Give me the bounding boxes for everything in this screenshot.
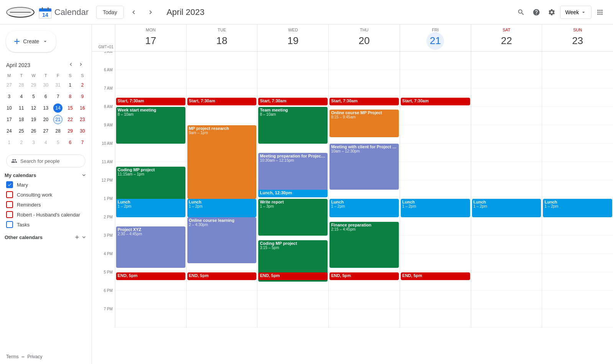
prev-button[interactable]: [127, 5, 141, 19]
mini-cal-day[interactable]: 30: [40, 79, 52, 91]
calendar-event[interactable]: Start, 7:30am: [401, 98, 470, 105]
calendar-event[interactable]: Online course learning2 – 4:30pm: [187, 217, 257, 263]
mini-cal-day[interactable]: 12: [28, 102, 40, 114]
view-selector[interactable]: Week: [560, 6, 592, 19]
calendar-event[interactable]: Lunch1 – 2pm: [187, 199, 257, 217]
calendar-event[interactable]: Lunch, 12:30pm: [258, 190, 328, 197]
day-col-tue[interactable]: Start, 7:30amMP project research9am – 1p…: [186, 52, 257, 328]
mini-cal-day[interactable]: 7: [76, 137, 89, 148]
other-calendars-header[interactable]: Other calendars: [0, 233, 92, 242]
calendar-event[interactable]: Online course MP Project8:15 – 9:45am: [329, 110, 399, 137]
calendar-event[interactable]: Finance preparation2:15 – 4:45pm: [329, 222, 399, 268]
next-button[interactable]: [144, 5, 157, 19]
menu-button[interactable]: [6, 7, 34, 18]
mini-cal-day[interactable]: 2: [15, 137, 28, 148]
mini-cal-day[interactable]: 3: [28, 137, 40, 148]
cal-item-robert[interactable]: Robert - Husband's calendar: [0, 210, 92, 220]
mini-cal-day[interactable]: 6: [64, 137, 76, 148]
calendar-event[interactable]: Write report1 – 3pm: [258, 199, 328, 236]
calendar-event[interactable]: Meeting preparation for Project XYZ10:30…: [258, 153, 328, 194]
mini-cal-day[interactable]: 8: [64, 91, 76, 102]
mini-cal-day[interactable]: 17: [3, 114, 15, 125]
mini-cal-day[interactable]: 13: [40, 102, 52, 114]
mini-cal-day[interactable]: 22: [64, 114, 76, 125]
mini-cal-day[interactable]: 11: [15, 102, 28, 114]
day-col-sat[interactable]: Lunch1 – 2pm: [471, 52, 542, 328]
mini-cal-day[interactable]: 29: [64, 125, 76, 137]
mini-cal-day[interactable]: 10: [3, 102, 15, 114]
mini-cal-day[interactable]: 18: [15, 114, 28, 125]
calendar-event[interactable]: Lunch1 – 2pm: [329, 199, 399, 217]
mini-cal-day[interactable]: 21: [52, 114, 64, 125]
mini-cal-day[interactable]: 14: [52, 102, 64, 114]
search-button[interactable]: [514, 5, 528, 19]
day-col-fri[interactable]: Start, 7:30amLunch1 – 2pmEND, 5pm: [400, 52, 471, 328]
day-col-sun[interactable]: Lunch1 – 2pm: [542, 52, 613, 328]
calendar-event[interactable]: Lunch1 – 2pm: [401, 199, 470, 217]
mini-cal-day[interactable]: 19: [28, 114, 40, 125]
day-col-thu[interactable]: Start, 7:30amOnline course MP Project8:1…: [328, 52, 400, 328]
mini-cal-day[interactable]: 16: [76, 102, 89, 114]
calendar-event[interactable]: END, 5pm: [187, 272, 257, 280]
mini-cal-next[interactable]: [76, 60, 85, 70]
mini-cal-prev[interactable]: [66, 60, 75, 70]
apps-button[interactable]: [593, 5, 607, 19]
calendar-event[interactable]: Lunch1 – 2pm: [116, 199, 185, 217]
calendar-event[interactable]: Week start meeting8 – 10am: [116, 107, 185, 144]
calendar-event[interactable]: END, 5pm: [329, 272, 399, 280]
mini-cal-day[interactable]: 1: [64, 79, 76, 91]
calendar-event[interactable]: END, 5pm: [116, 272, 185, 280]
cal-item-consulting[interactable]: Consulting work: [0, 190, 92, 200]
calendar-event[interactable]: Start, 7:30am: [258, 98, 328, 105]
calendar-event[interactable]: END, 5pm: [258, 272, 328, 280]
mini-cal-day[interactable]: 25: [15, 125, 28, 137]
search-people[interactable]: Search for people: [6, 154, 85, 167]
mini-cal-day[interactable]: 5: [28, 91, 40, 102]
mini-cal-day[interactable]: 5: [52, 137, 64, 148]
day-col-mon[interactable]: Start, 7:30amWeek start meeting8 – 10amC…: [115, 52, 186, 328]
cal-item-mary[interactable]: Mary: [0, 180, 92, 190]
mini-cal-day[interactable]: 26: [28, 125, 40, 137]
mini-cal-day[interactable]: 7: [52, 91, 64, 102]
add-calendar-icon[interactable]: [74, 234, 80, 240]
calendar-event[interactable]: Lunch1 – 2pm: [543, 199, 612, 217]
create-button[interactable]: + Create: [6, 31, 56, 52]
mini-cal-day[interactable]: 23: [76, 114, 89, 125]
calendar-event[interactable]: Meeting with client for Project XYZ10am …: [329, 144, 399, 190]
calendar-event[interactable]: Start, 7:30am: [116, 98, 185, 105]
mini-cal-day[interactable]: 30: [76, 125, 89, 137]
calendar-event[interactable]: MP project research9am – 1pm: [187, 125, 257, 199]
cal-item-reminders[interactable]: Reminders: [0, 200, 92, 210]
calendar-event[interactable]: Project XYZ2:30 – 4:45pm: [116, 226, 185, 268]
mini-cal-day[interactable]: 31: [52, 79, 64, 91]
mini-cal-day[interactable]: 29: [28, 79, 40, 91]
calendar-event[interactable]: Start, 7:30am: [329, 98, 399, 105]
mini-cal-day[interactable]: 28: [15, 79, 28, 91]
calendar-event[interactable]: END, 5pm: [401, 272, 470, 280]
mini-cal-day[interactable]: 28: [52, 125, 64, 137]
calendar-event[interactable]: Start, 7:30am: [187, 98, 257, 105]
mini-cal-day[interactable]: 4: [15, 91, 28, 102]
mini-cal-day[interactable]: 3: [3, 91, 15, 102]
my-calendars-header[interactable]: My calendars: [0, 171, 92, 180]
terms-link[interactable]: Terms: [6, 354, 19, 359]
calendar-event[interactable]: Team meeting8 – 10am: [258, 107, 328, 144]
mini-cal-day[interactable]: 6: [40, 91, 52, 102]
hour-line: [257, 52, 328, 70]
mini-cal-day[interactable]: 27: [40, 125, 52, 137]
today-button[interactable]: Today: [96, 6, 123, 19]
cal-item-tasks[interactable]: Tasks: [0, 220, 92, 230]
privacy-link[interactable]: Privacy: [27, 354, 42, 359]
mini-cal-day[interactable]: 4: [40, 137, 52, 148]
day-col-wed[interactable]: Start, 7:30amTeam meeting8 – 10amMeeting…: [257, 52, 328, 328]
help-button[interactable]: [529, 5, 543, 19]
mini-cal-day[interactable]: 20: [40, 114, 52, 125]
mini-cal-day[interactable]: 1: [3, 137, 15, 148]
mini-cal-day[interactable]: 2: [76, 79, 89, 91]
mini-cal-day[interactable]: 24: [3, 125, 15, 137]
calendar-event[interactable]: Lunch1 – 2pm: [472, 199, 541, 217]
mini-cal-day[interactable]: 9: [76, 91, 89, 102]
mini-cal-day[interactable]: 27: [3, 79, 15, 91]
mini-cal-day[interactable]: 15: [64, 102, 76, 114]
settings-button[interactable]: [545, 5, 559, 19]
